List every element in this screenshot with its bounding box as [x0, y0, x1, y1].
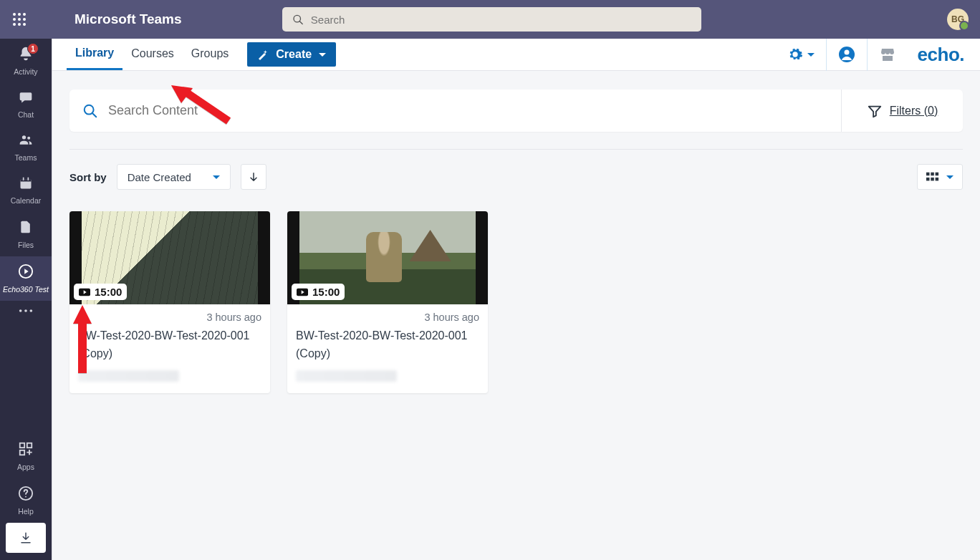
svg-rect-15	[23, 178, 24, 180]
settings-button[interactable]	[776, 39, 826, 71]
calendar-icon	[18, 176, 34, 190]
svg-point-3	[13, 18, 16, 21]
svg-line-29	[93, 113, 97, 117]
search-icon	[82, 103, 98, 119]
tab-courses[interactable]: Courses	[123, 41, 183, 69]
store-button[interactable]	[867, 39, 908, 71]
app-title: Microsoft Teams	[75, 11, 182, 27]
duration-badge: 15:00	[292, 284, 345, 300]
rail-label: Activity	[14, 67, 37, 76]
activity-badge: 1	[27, 43, 39, 54]
svg-rect-35	[936, 178, 939, 181]
apps-icon	[18, 441, 34, 457]
svg-point-12	[27, 137, 30, 140]
card-date: 3 hours ago	[78, 312, 261, 323]
rail-label: Teams	[15, 153, 37, 162]
svg-rect-31	[931, 173, 934, 176]
card-title: BW-Test-2020-BW-Test-2020-001 (Copy)	[78, 327, 261, 363]
rail-label: Calendar	[11, 196, 42, 205]
svg-rect-32	[936, 173, 939, 176]
svg-point-27	[844, 50, 849, 55]
play-icon	[79, 288, 90, 296]
logo-text: echo	[918, 44, 960, 66]
account-button[interactable]	[826, 39, 867, 71]
sort-direction-button[interactable]	[241, 164, 266, 190]
svg-rect-23	[20, 450, 24, 455]
download-button[interactable]	[6, 523, 46, 553]
rail-item-echo360[interactable]: Echo360 Test	[0, 256, 52, 301]
media-card[interactable]: 15:00 3 hours ago BW-Test-2020-BW-Test-2…	[287, 211, 488, 393]
user-icon	[838, 46, 855, 63]
store-icon	[879, 46, 896, 63]
sort-toolbar: Sort by Date Created	[69, 164, 963, 190]
tab-groups[interactable]: Groups	[183, 41, 237, 69]
gear-icon	[787, 47, 803, 62]
sort-select[interactable]: Date Created	[117, 164, 231, 190]
svg-rect-14	[21, 179, 32, 181]
rail-item-chat[interactable]: Chat	[0, 83, 52, 126]
rail-item-calendar[interactable]: Calendar	[0, 169, 52, 212]
create-button[interactable]: Create	[247, 42, 336, 67]
rail-label: Echo360 Test	[3, 285, 49, 294]
search-icon	[292, 14, 304, 26]
arrow-down-icon	[248, 170, 259, 183]
rail-label: Help	[18, 507, 34, 516]
global-search[interactable]	[282, 7, 701, 32]
global-search-input[interactable]	[311, 14, 691, 26]
svg-rect-34	[931, 178, 934, 181]
svg-rect-33	[926, 178, 930, 181]
duration-text: 15:00	[95, 286, 122, 298]
svg-point-18	[19, 309, 22, 312]
svg-point-8	[23, 23, 26, 26]
echo-logo[interactable]: echo.	[908, 39, 980, 71]
app-rail: 1 Activity Chat Teams Calendar Files Ech…	[0, 39, 52, 560]
rail-item-files[interactable]: Files	[0, 212, 52, 256]
content-area: Library Courses Groups Create echo.	[52, 39, 980, 560]
rail-item-teams[interactable]: Teams	[0, 126, 52, 169]
filter-icon	[867, 103, 883, 119]
sort-label: Sort by	[69, 171, 107, 183]
rail-label: Files	[18, 241, 34, 249]
app-launcher[interactable]	[0, 0, 39, 39]
rail-item-more[interactable]	[0, 301, 52, 322]
svg-rect-30	[926, 173, 930, 176]
card-owner-blurred	[78, 370, 179, 382]
svg-point-0	[13, 13, 16, 16]
svg-point-1	[18, 13, 21, 16]
filters-button[interactable]: Filters (0)	[841, 90, 963, 132]
card-title: BW-Test-2020-BW-Test-2020-001 (Copy)	[296, 327, 479, 363]
teams-top-bar: Microsoft Teams BG	[0, 0, 980, 39]
sort-value: Date Created	[128, 171, 191, 183]
media-card[interactable]: 15:00 3 hours ago BW-Test-2020-BW-Test-2…	[69, 211, 270, 393]
divider	[69, 149, 963, 150]
duration-text: 15:00	[312, 286, 340, 298]
thumbnail: 15:00	[69, 211, 270, 304]
echo-nav-bar: Library Courses Groups Create echo.	[52, 39, 980, 71]
svg-point-4	[18, 18, 21, 21]
svg-point-20	[30, 309, 33, 312]
annotation-arrow	[72, 305, 93, 376]
chat-icon	[18, 90, 34, 105]
card-date: 3 hours ago	[296, 312, 479, 323]
svg-point-11	[22, 135, 26, 139]
svg-rect-16	[28, 178, 29, 180]
filters-label: Filters (0)	[890, 105, 938, 117]
grid-view-icon	[926, 172, 939, 182]
rail-item-help[interactable]: Help	[0, 478, 52, 523]
rail-item-activity[interactable]: 1 Activity	[0, 39, 52, 83]
svg-rect-21	[20, 443, 24, 448]
download-icon	[19, 531, 32, 545]
svg-point-19	[24, 309, 27, 312]
duration-badge: 15:00	[74, 284, 127, 300]
view-switcher[interactable]	[917, 164, 963, 190]
wand-icon	[257, 49, 269, 60]
svg-point-6	[13, 23, 16, 26]
create-label: Create	[276, 48, 312, 61]
tab-library[interactable]: Library	[67, 40, 123, 70]
play-icon	[297, 288, 308, 296]
rail-item-apps[interactable]: Apps	[0, 434, 52, 478]
teams-icon	[17, 133, 34, 148]
svg-line-10	[299, 21, 302, 24]
profile-menu[interactable]: BG	[947, 9, 969, 30]
more-icon	[18, 308, 34, 314]
